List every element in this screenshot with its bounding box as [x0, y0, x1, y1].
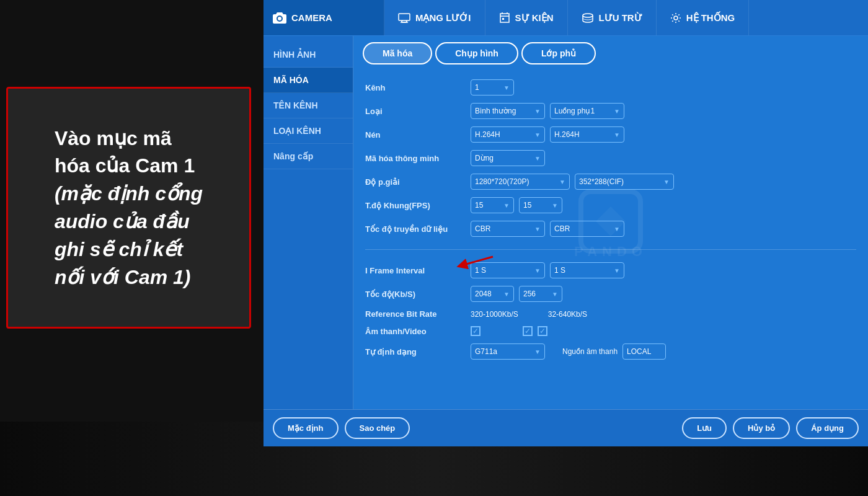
- sidebar-item-nang-cap[interactable]: Nâng cấp: [264, 144, 353, 169]
- sidebar: HÌNH ẢNH MÃ HÓA TÊN KÊNH LOẠI KÊNH Nâng …: [264, 36, 353, 409]
- row-kenh: Kênh 1 ▼: [363, 78, 859, 97]
- ma-hoa-thong-minh-arrow: ▼: [532, 155, 541, 162]
- reference-bit-value2: 32-640Kb/S: [548, 310, 587, 319]
- toc-do-truyen2-arrow: ▼: [611, 226, 620, 232]
- main-form-content: PANDO Mã hóa Chụp hình Lớp phủ Kênh 1 ▼: [353, 36, 868, 409]
- toc-do-khung-label: T.độ Khung(FPS): [363, 195, 468, 215]
- toc-do-khung2-dropdown[interactable]: 15 ▼: [519, 197, 562, 213]
- nguon-am-thanh-label: Nguồn âm thanh: [562, 347, 618, 356]
- am-thanh-checkbox2[interactable]: [523, 326, 533, 336]
- nguon-am-thanh-dropdown[interactable]: LOCAL: [622, 343, 666, 360]
- nav-camera[interactable]: CAMERA: [264, 0, 384, 35]
- reference-bit-value: 320-1000Kb/S: [471, 310, 518, 319]
- do-phan-giai2-dropdown[interactable]: 352*288(CIF) ▼: [575, 174, 674, 190]
- sao-chep-button[interactable]: Sao chép: [345, 417, 410, 439]
- huy-bo-button[interactable]: Hủy bỏ: [733, 417, 790, 439]
- content-area: HÌNH ẢNH MÃ HÓA TÊN KÊNH LOẠI KÊNH Nâng …: [264, 36, 868, 409]
- toc-do-truyen2-dropdown[interactable]: CBR ▼: [550, 221, 624, 237]
- loai-label: Loại: [363, 101, 468, 121]
- nav-mang-luoi-label: MẠNG LƯỚI: [415, 12, 471, 24]
- toc-do-truyen-arrow: ▼: [532, 226, 541, 232]
- kenh-label: Kênh: [363, 78, 468, 97]
- row-divider: [363, 242, 859, 257]
- i-frame2-arrow: ▼: [611, 267, 620, 274]
- am-thanh-field: [468, 324, 859, 338]
- do-phan-giai2-arrow: ▼: [661, 179, 670, 185]
- tab-ma-hoa[interactable]: Mã hóa: [363, 42, 432, 64]
- luong-phu-dropdown[interactable]: Luồng phụ1 ▼: [550, 103, 624, 119]
- tu-dinh-dang-arrow: ▼: [532, 348, 541, 355]
- ma-hoa-thong-minh-dropdown[interactable]: Dừng ▼: [471, 150, 545, 166]
- toc-do-kb-label: Tốc độ(Kb/S): [363, 284, 468, 304]
- i-frame-dropdown[interactable]: 1 S ▼: [471, 262, 545, 278]
- i-frame2-dropdown[interactable]: 1 S ▼: [550, 262, 624, 278]
- nen-arrow: ▼: [532, 131, 541, 138]
- do-phan-giai-field: 1280*720(720P) ▼ 352*288(CIF) ▼: [468, 172, 859, 192]
- sidebar-item-ten-kenh[interactable]: TÊN KÊNH: [264, 93, 353, 118]
- reference-bit-field: 320-1000Kb/S 32-640Kb/S: [468, 308, 859, 321]
- toc-do-kb2-input[interactable]: 256 ▼: [519, 286, 562, 302]
- mac-dinh-button[interactable]: Mặc định: [273, 417, 339, 439]
- tab-lop-phu[interactable]: Lớp phủ: [521, 42, 596, 64]
- network-icon: [398, 13, 410, 23]
- tu-dinh-dang-dropdown[interactable]: G711a ▼: [471, 343, 545, 360]
- overlay-text: Vào mục mãhóa của Cam 1(mặc định cổngaud…: [55, 125, 203, 291]
- am-thanh-checkbox[interactable]: [471, 326, 480, 336]
- nav-su-kien-label: SỰ KIỆN: [515, 12, 554, 24]
- nav-luu-tru[interactable]: LƯU TRỪ: [568, 0, 657, 35]
- i-frame-field: 1 S ▼ 1 S ▼: [468, 260, 859, 280]
- toc-do-kb-input[interactable]: 2048 ▼: [471, 286, 514, 302]
- row-do-phan-giai: Độ p.giải 1280*720(720P) ▼ 352*288(CIF) …: [363, 172, 859, 192]
- camera-icon: [273, 12, 286, 24]
- i-frame-label: I Frame Interval: [363, 260, 468, 280]
- nav-su-kien[interactable]: SỰ KIỆN: [485, 0, 568, 35]
- event-icon: [499, 12, 510, 24]
- tabs-row: Mã hóa Chụp hình Lớp phủ: [363, 42, 859, 64]
- top-nav: CAMERA MẠNG LƯỚI SỰ KIỆN: [264, 0, 868, 36]
- main-panel: CAMERA MẠNG LƯỚI SỰ KIỆN: [264, 0, 868, 446]
- nav-he-thong-label: HỆ THỐNG: [686, 12, 735, 24]
- settings-icon: [670, 12, 681, 24]
- loai-arrow: ▼: [532, 108, 541, 115]
- toc-do-khung2-arrow: ▼: [549, 202, 558, 209]
- do-phan-giai-label: Độ p.giải: [363, 172, 468, 192]
- do-phan-giai-dropdown[interactable]: 1280*720(720P) ▼: [471, 174, 570, 190]
- row-i-frame: I Frame Interval 1 S ▼ 1 S ▼: [363, 260, 859, 280]
- toc-do-truyen-dropdown[interactable]: CBR ▼: [471, 221, 545, 237]
- row-nen: Nén H.264H ▼ H.264H ▼: [363, 125, 859, 144]
- kenh-dropdown[interactable]: 1 ▼: [471, 79, 514, 95]
- nen2-arrow: ▼: [611, 131, 620, 138]
- toc-do-kb-field: 2048 ▼ 256 ▼: [468, 284, 859, 304]
- loai-dropdown[interactable]: Bình thường ▼: [471, 103, 545, 119]
- toc-do-khung-dropdown[interactable]: 15 ▼: [471, 197, 514, 213]
- sidebar-item-loai-kenh[interactable]: LOẠI KÊNH: [264, 118, 353, 144]
- toc-do-truyen-label: Tốc độ truyền dữ liệu: [363, 219, 468, 239]
- button-spacer: [416, 417, 676, 439]
- loai-field-cell: Bình thường ▼ Luồng phụ1 ▼: [468, 101, 859, 121]
- tab-chup-hinh[interactable]: Chụp hình: [435, 42, 518, 64]
- luu-button[interactable]: Lưu: [682, 417, 727, 439]
- kenh-arrow: ▼: [501, 84, 510, 91]
- ap-dung-button[interactable]: Áp dụng: [796, 417, 859, 439]
- row-tu-dinh-dang: Tự định dạng G711a ▼ Nguồn âm thanh LOCA…: [363, 342, 859, 361]
- row-am-thanh: Âm thanh/Video: [363, 324, 859, 338]
- row-toc-do-kb: Tốc độ(Kb/S) 2048 ▼ 256 ▼: [363, 284, 859, 304]
- am-thanh-label: Âm thanh/Video: [363, 324, 468, 338]
- nav-he-thong[interactable]: HỆ THỐNG: [657, 0, 750, 35]
- nen-dropdown[interactable]: H.264H ▼: [471, 126, 545, 143]
- am-thanh-checkbox3[interactable]: [538, 326, 547, 336]
- toc-do-kb-arrow: ▼: [501, 291, 510, 298]
- nen2-dropdown[interactable]: H.264H ▼: [550, 126, 624, 143]
- nav-mang-luoi[interactable]: MẠNG LƯỚI: [384, 0, 485, 35]
- reference-bit-label: Reference Bit Rate: [363, 308, 468, 321]
- i-frame-arrow: ▼: [532, 267, 541, 274]
- svg-point-4: [583, 14, 593, 17]
- sidebar-item-hinh-anh[interactable]: HÌNH ẢNH: [264, 42, 353, 68]
- kenh-field-cell: 1 ▼: [468, 78, 859, 97]
- overlay-text-box: Vào mục mãhóa của Cam 1(mặc định cổngaud…: [6, 87, 251, 329]
- luong-phu-arrow: ▼: [611, 108, 620, 115]
- nen-label: Nén: [363, 125, 468, 144]
- toc-do-truyen-field: CBR ▼ CBR ▼: [468, 219, 859, 239]
- nav-camera-label: CAMERA: [291, 12, 332, 23]
- sidebar-item-ma-hoa[interactable]: MÃ HÓA: [264, 68, 353, 93]
